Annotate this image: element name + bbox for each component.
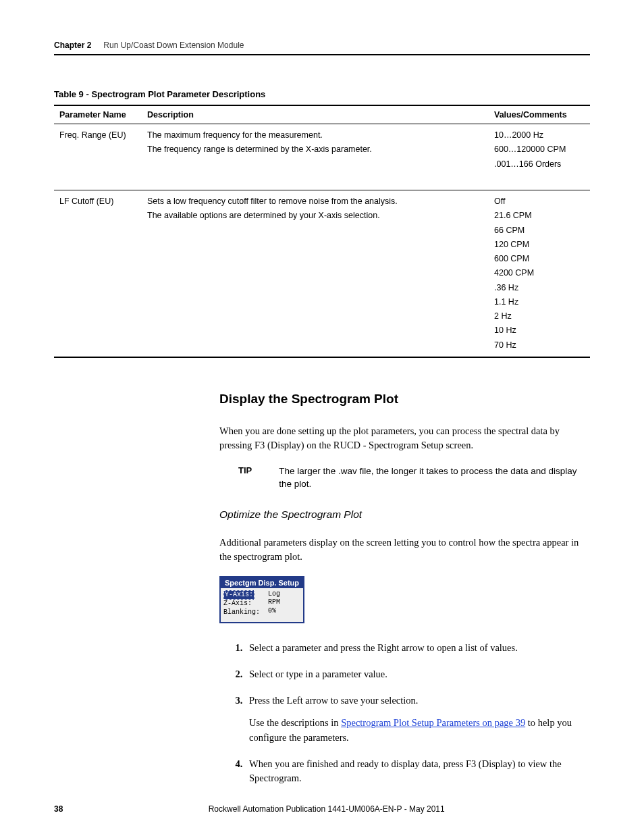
- tip-block: TIP The larger the .wav file, the longer…: [238, 465, 590, 491]
- param-desc: Sets a low frequency cutoff filter to re…: [142, 190, 489, 357]
- param-name: Freq. Range (EU): [54, 124, 142, 190]
- screenshot-row-label: Y-Axis:: [223, 590, 254, 600]
- col-header-name: Parameter Name: [54, 105, 142, 124]
- step-item: Select or type in a parameter value.: [245, 667, 590, 681]
- step-item: Select a parameter and press the Right a…: [245, 641, 590, 655]
- param-vals: 10…2000 Hz 600…120000 CPM .001…166 Order…: [489, 124, 590, 190]
- step-item: Press the Left arrow to save your select…: [245, 694, 590, 744]
- section-heading: Display the Spectrogram Plot: [219, 392, 590, 407]
- body-paragraph: Additional parameters display on the scr…: [219, 536, 590, 564]
- screenshot-row-value: RPM: [268, 598, 280, 607]
- param-vals: Off 21.6 CPM 66 CPM 120 CPM 600 CPM 4200…: [489, 190, 590, 357]
- tip-text: The larger the .wav file, the longer it …: [279, 465, 590, 491]
- step-item: When you are finished and ready to displ…: [245, 757, 590, 785]
- table-caption: Table 9 - Spectrogram Plot Parameter Des…: [54, 89, 590, 99]
- param-name: LF Cutoff (EU): [54, 190, 142, 357]
- param-desc: The maximum frequency for the measuremen…: [142, 124, 489, 190]
- screenshot-row-label: Z-Axis:: [223, 600, 260, 608]
- chapter-title: Run Up/Coast Down Extension Module: [103, 41, 244, 50]
- screenshot-row-value: Log: [268, 590, 280, 599]
- page-header: Chapter 2 Run Up/Coast Down Extension Mo…: [54, 41, 590, 55]
- cross-reference-link[interactable]: Spectrogram Plot Setup Parameters on pag…: [341, 717, 525, 728]
- col-header-desc: Description: [142, 105, 489, 124]
- sub-heading: Optimize the Spectrogram Plot: [219, 509, 590, 521]
- table-row: LF Cutoff (EU) Sets a low frequency cuto…: [54, 190, 590, 357]
- col-header-vals: Values/Comments: [489, 105, 590, 124]
- page-number: 38: [54, 804, 63, 814]
- parameter-table: Parameter Name Description Values/Commen…: [54, 105, 590, 358]
- screenshot-row-value: 0%: [268, 607, 280, 616]
- page-footer: 38 Rockwell Automation Publication 1441-…: [54, 804, 590, 814]
- body-paragraph: When you are done setting up the plot pa…: [219, 424, 590, 452]
- steps-list: Select a parameter and press the Right a…: [233, 641, 590, 785]
- table-row: Freq. Range (EU) The maximum frequency f…: [54, 124, 590, 190]
- embedded-screenshot: Spectgm Disp. Setup Y-Axis: Z-Axis: Blan…: [219, 576, 590, 624]
- publication-id: Rockwell Automation Publication 1441-UM0…: [63, 804, 590, 814]
- screenshot-row-label: Blanking:: [223, 608, 260, 617]
- screenshot-title: Spectgm Disp. Setup: [221, 577, 303, 588]
- chapter-label: Chapter 2: [54, 41, 91, 50]
- tip-label: TIP: [238, 465, 252, 491]
